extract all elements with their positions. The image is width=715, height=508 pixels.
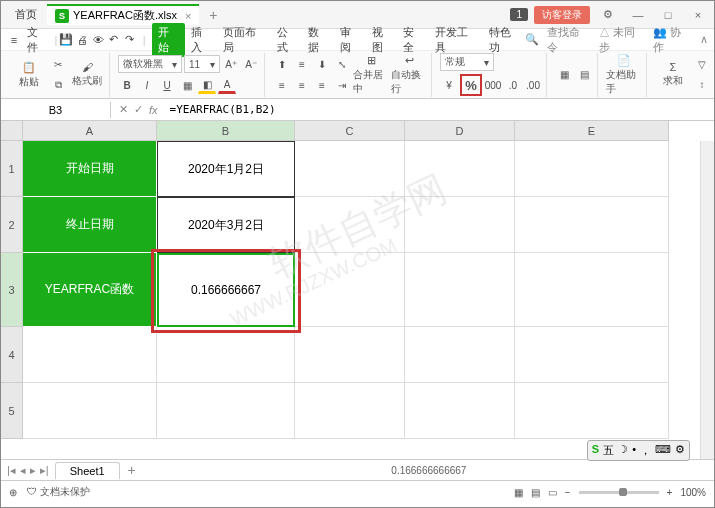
col-header-d[interactable]: D — [405, 121, 515, 141]
add-tab-button[interactable]: + — [199, 5, 227, 25]
formula-input[interactable]: =YEARFRAC(B1,B2) — [166, 101, 714, 118]
cell-e4[interactable] — [515, 327, 669, 383]
align-top-icon[interactable]: ⬆ — [273, 55, 291, 73]
italic-icon[interactable]: I — [138, 76, 156, 94]
increase-decimal-icon[interactable]: .00 — [524, 76, 542, 94]
align-middle-icon[interactable]: ≡ — [293, 55, 311, 73]
align-center-icon[interactable]: ≡ — [293, 76, 311, 94]
search-label[interactable]: 查找命令 — [547, 25, 590, 55]
cell-c1[interactable] — [295, 141, 405, 197]
preview-icon[interactable]: 👁 — [91, 33, 105, 47]
first-sheet-icon[interactable]: |◂ — [7, 464, 16, 477]
cancel-formula-icon[interactable]: ✕ — [119, 103, 128, 116]
save-icon[interactable]: 💾 — [59, 33, 73, 47]
tab-layout[interactable]: 页面布局 — [219, 23, 270, 57]
filter-icon[interactable]: ▽ — [693, 56, 711, 74]
minimize-button[interactable]: — — [626, 9, 650, 21]
font-color-icon[interactable]: A — [218, 76, 236, 94]
ime-keyboard-icon[interactable]: ⌨ — [655, 443, 671, 458]
view-reading-icon[interactable]: ▭ — [548, 487, 557, 498]
confirm-formula-icon[interactable]: ✓ — [134, 103, 143, 116]
zoom-slider[interactable] — [579, 491, 659, 494]
prev-sheet-icon[interactable]: ◂ — [20, 464, 26, 477]
cell-e1[interactable] — [515, 141, 669, 197]
orientation-icon[interactable]: ⤡ — [333, 55, 351, 73]
doc-helper-button[interactable]: 📄 文档助手 — [606, 54, 642, 96]
protect-status[interactable]: 🛡 文档未保护 — [27, 485, 90, 499]
bold-icon[interactable]: B — [118, 76, 136, 94]
format-painter-button[interactable]: 🖌 格式刷 — [69, 61, 105, 88]
tab-data[interactable]: 数据 — [304, 23, 334, 57]
comma-icon[interactable]: 000 — [484, 76, 502, 94]
row-header-5[interactable]: 5 — [1, 383, 23, 439]
collapse-ribbon-icon[interactable]: ∧ — [700, 33, 708, 46]
align-bottom-icon[interactable]: ⬇ — [313, 55, 331, 73]
view-layout-icon[interactable]: ▤ — [531, 487, 540, 498]
print-icon[interactable]: 🖨 — [75, 33, 89, 47]
cell-a3[interactable]: YEARFRAC函数 — [23, 253, 157, 327]
cell-c5[interactable] — [295, 383, 405, 439]
font-select[interactable]: 微软雅黑▾ — [118, 55, 182, 73]
cell-a5[interactable] — [23, 383, 157, 439]
sum-button[interactable]: Σ 求和 — [655, 61, 691, 88]
underline-icon[interactable]: U — [158, 76, 176, 94]
row-header-2[interactable]: 2 — [1, 197, 23, 253]
file-menu[interactable]: 文件 — [23, 23, 53, 57]
tab-review[interactable]: 审阅 — [336, 23, 366, 57]
cond-format-icon[interactable]: ▦ — [555, 66, 573, 84]
add-sheet-button[interactable]: + — [120, 462, 144, 478]
last-sheet-icon[interactable]: ▸| — [40, 464, 49, 477]
cell-b2[interactable]: 2020年3月2日 — [157, 197, 295, 253]
cell-e5[interactable] — [515, 383, 669, 439]
close-tab-icon[interactable]: × — [185, 10, 191, 22]
cell-e2[interactable] — [515, 197, 669, 253]
settings-icon[interactable]: ⚙ — [596, 8, 620, 21]
tab-features[interactable]: 特色功 — [485, 23, 526, 57]
ime-widget[interactable]: S 五 ☽ • ， ⌨ ⚙ — [587, 440, 690, 461]
cell-b5[interactable] — [157, 383, 295, 439]
fill-color-icon[interactable]: ◧ — [198, 76, 216, 94]
name-box[interactable]: B3 — [1, 102, 111, 118]
redo-icon[interactable]: ↷ — [123, 33, 137, 47]
sheet-tab-1[interactable]: Sheet1 — [55, 462, 120, 479]
decrease-font-icon[interactable]: A⁻ — [242, 55, 260, 73]
col-header-b[interactable]: B — [157, 121, 295, 141]
view-normal-icon[interactable]: ▦ — [514, 487, 523, 498]
not-sync-label[interactable]: △ 未同步 — [599, 25, 646, 55]
col-header-e[interactable]: E — [515, 121, 669, 141]
cell-b4[interactable] — [157, 327, 295, 383]
cell-a4[interactable] — [23, 327, 157, 383]
vertical-scrollbar[interactable] — [700, 141, 714, 459]
wrap-button[interactable]: ↩ 自动换行 — [391, 54, 427, 96]
sort-icon[interactable]: ↕ — [693, 76, 711, 94]
options-icon[interactable]: ⊕ — [9, 487, 17, 498]
row-header-3[interactable]: 3 — [1, 253, 23, 327]
undo-icon[interactable]: ↶ — [107, 33, 121, 47]
copy-icon[interactable]: ⧉ — [49, 76, 67, 94]
paste-button[interactable]: 📋 粘贴 — [11, 61, 47, 89]
cell-d2[interactable] — [405, 197, 515, 253]
zoom-value[interactable]: 100% — [680, 487, 706, 498]
cell-d5[interactable] — [405, 383, 515, 439]
align-right-icon[interactable]: ≡ — [313, 76, 331, 94]
tab-view[interactable]: 视图 — [368, 23, 398, 57]
cell-c3[interactable] — [295, 253, 405, 327]
cell-d1[interactable] — [405, 141, 515, 197]
row-header-4[interactable]: 4 — [1, 327, 23, 383]
collab-label[interactable]: 👥 协作 — [653, 25, 692, 55]
notification-badge[interactable]: 1 — [510, 8, 528, 21]
align-left-icon[interactable]: ≡ — [273, 76, 291, 94]
next-sheet-icon[interactable]: ▸ — [30, 464, 36, 477]
guest-login-button[interactable]: 访客登录 — [534, 6, 590, 24]
merge-button[interactable]: ⊞ 合并居中 — [353, 54, 389, 96]
zoom-in-icon[interactable]: + — [667, 487, 673, 498]
percent-button[interactable]: % — [460, 74, 482, 96]
indent-icon[interactable]: ⇥ — [333, 76, 351, 94]
tab-devtools[interactable]: 开发工具 — [431, 23, 482, 57]
home-tab[interactable]: 首页 — [5, 5, 47, 24]
tab-insert[interactable]: 插入 — [187, 23, 217, 57]
col-header-c[interactable]: C — [295, 121, 405, 141]
ime-dot-icon[interactable]: • — [632, 443, 636, 458]
cell-d4[interactable] — [405, 327, 515, 383]
cell-b3[interactable]: 0.166666667 — [157, 253, 295, 327]
